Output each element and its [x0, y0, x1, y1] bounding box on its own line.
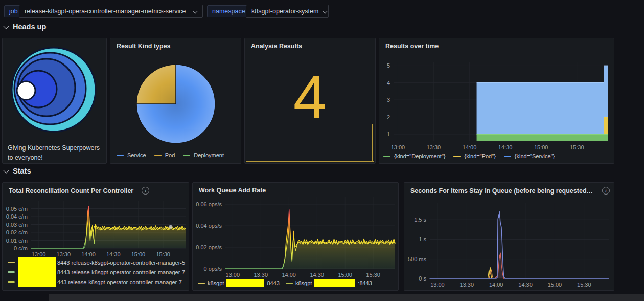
- panel-title-text: Analysis Results: [251, 42, 302, 50]
- panel-title[interactable]: Results over time: [385, 42, 610, 50]
- legend-label: 8443: [267, 280, 279, 286]
- legend-label: :8443: [358, 280, 372, 286]
- panel-title-text: Total Reconciliation Count Per Controlle…: [9, 187, 133, 195]
- x-tick-label: 15:30: [567, 144, 587, 150]
- stat-sparkline-rise: [372, 124, 373, 162]
- legend-label: 8443 release-k8sgpt-operator-controller-…: [57, 260, 185, 266]
- legend-item[interactable]: Pod: [154, 152, 175, 158]
- legend-item[interactable]: Service: [117, 152, 146, 158]
- legend-color-dash: [154, 155, 162, 156]
- x-tick-label: 14:00: [459, 144, 480, 150]
- chevron-down-icon: [3, 23, 9, 29]
- y-tick-label: 0.04 ops/s: [191, 223, 222, 229]
- legend-color-dash: [183, 155, 190, 156]
- legend-label: k8sgpt: [208, 280, 224, 286]
- x-tick-label: 14:30: [515, 282, 536, 288]
- legend-label: {kind="Service"}: [515, 153, 555, 159]
- y-tick-label: 0 ops/s: [191, 266, 222, 272]
- legend-item[interactable]: k8sgpt:8443: [286, 279, 372, 287]
- panel-seconds-in-queue: Seconds For Items Stay In Queue (before …: [404, 182, 614, 291]
- legend-label: 8443 release-k8sgpt-operator-controller-…: [57, 269, 185, 275]
- section-stats[interactable]: Stats: [4, 167, 31, 175]
- y-tick-label: 0.04 c/m: [0, 213, 28, 220]
- y-tick-label: 0.02 ops/s: [191, 244, 222, 250]
- variable-value-namespace: k8sgpt-operator-system: [251, 8, 318, 15]
- legend-color-dash: [383, 156, 390, 157]
- x-tick-label: 13:30: [456, 282, 477, 288]
- x-tick-label: 14:00: [279, 272, 299, 278]
- y-tick-label: 0.05 c/m: [0, 206, 28, 212]
- y-tick-label: 0.06 ops/s: [191, 201, 222, 207]
- panel-total-reconciliation: Total Reconciliation Count Per Controlle…: [2, 182, 189, 291]
- legend-item[interactable]: 443 release-k8sgpt-operator-controller-m…: [8, 277, 188, 287]
- legend-item[interactable]: {kind="Pod"}: [453, 153, 495, 159]
- panel-title[interactable]: Result Kind types: [117, 42, 237, 50]
- legend-item[interactable]: {kind="Service"}: [504, 153, 555, 159]
- y-tick-label: 5: [359, 62, 390, 69]
- info-icon[interactable]: i: [142, 187, 149, 195]
- x-tick-label: 14:00: [486, 282, 507, 288]
- timeseries-chart: 0.06 ops/s0.04 ops/s0.02 ops/s0 ops/s13:…: [225, 197, 395, 269]
- y-tick-label: 3: [359, 97, 390, 103]
- legend-item[interactable]: 8443 release-k8sgpt-operator-controller-…: [8, 257, 188, 267]
- panel-title[interactable]: Total Reconciliation Count Per Controlle…: [9, 187, 185, 195]
- x-tick-label: 15:30: [153, 251, 173, 257]
- chevron-down-icon: [3, 167, 9, 173]
- legend-label: Deployment: [194, 152, 224, 158]
- redaction-box: [226, 279, 264, 287]
- variable-label-job-text: job: [9, 8, 18, 15]
- y-tick-label: 0 c/m: [0, 245, 28, 251]
- variable-label-namespace-text: namespace: [212, 8, 245, 15]
- pie-chart: [136, 64, 215, 143]
- y-tick-label: 1 s: [396, 236, 426, 242]
- x-tick-label: 13:00: [29, 251, 49, 257]
- legend-item[interactable]: Deployment: [183, 152, 224, 158]
- panel-title[interactable]: Analysis Results: [251, 42, 371, 50]
- chart-legend: 8443 release-k8sgpt-operator-controller-…: [8, 257, 188, 287]
- y-tick-label: 4: [359, 80, 390, 86]
- variable-dropdown-job[interactable]: release-k8sgpt-opera-controller-manager-…: [19, 5, 203, 18]
- stat-sparkline-baseline: [246, 161, 374, 162]
- section-heads-up[interactable]: Heads up: [4, 23, 46, 31]
- x-tick-label: 15:00: [335, 272, 355, 278]
- legend-item[interactable]: 8443 release-k8sgpt-operator-controller-…: [8, 267, 188, 277]
- legend-item[interactable]: {kind="Deployment"}: [383, 153, 445, 159]
- panel-results-over-time: Results over time 1234513:0013:3014:0014…: [379, 38, 614, 164]
- legend-label: {kind="Pod"}: [464, 153, 495, 159]
- panel-title[interactable]: Work Queue Add Rate: [199, 187, 394, 194]
- panel-title-text: Results over time: [385, 42, 439, 50]
- stat-value: 4: [245, 67, 375, 127]
- redaction-box: [314, 279, 355, 287]
- legend-label: 443 release-k8sgpt-operator-controller-m…: [57, 279, 182, 285]
- panel-title-text: Seconds For Items Stay In Queue (before …: [410, 187, 594, 195]
- grafana-dashboard: job release-k8sgpt-opera-controller-mana…: [0, 0, 644, 301]
- y-tick-label: 0.03 c/m: [0, 222, 28, 228]
- chart-legend: k8sgpt8443k8sgpt:8443: [198, 279, 372, 287]
- x-tick-label: 14:30: [103, 251, 124, 257]
- timeseries-chart: 0.05 c/m0.04 c/m0.03 c/m0.02 c/m0.01 c/m…: [31, 201, 186, 248]
- x-tick-label: 14:30: [495, 144, 516, 150]
- x-tick-label: 15:00: [544, 282, 565, 288]
- y-tick-label: 0.02 c/m: [0, 229, 28, 235]
- y-tick-label: 0 s: [396, 275, 426, 282]
- info-icon[interactable]: i: [602, 187, 610, 195]
- logo-caption-line2: to everyone!: [8, 154, 43, 161]
- legend-label: Service: [127, 152, 146, 158]
- x-tick-label: 14:30: [307, 272, 327, 278]
- legend-item[interactable]: k8sgpt8443: [198, 279, 280, 287]
- timeseries-chart: 1.5 s1 s500 ms0 s13:0013:3014:0014:3015:…: [430, 203, 609, 278]
- y-tick-label: 2: [359, 114, 390, 120]
- redaction-box: [18, 277, 56, 287]
- y-tick-label: 0.01 c/m: [0, 238, 28, 244]
- legend-label: {kind="Deployment"}: [394, 153, 445, 159]
- panel-title[interactable]: Seconds For Items Stay In Queue (before …: [410, 187, 610, 195]
- redaction-box: [18, 267, 56, 277]
- panel-title-text: Result Kind types: [117, 42, 171, 50]
- x-tick-label: 13:00: [427, 282, 448, 288]
- legend-color-dash: [8, 262, 15, 263]
- variable-dropdown-namespace[interactable]: k8sgpt-operator-system: [246, 5, 329, 18]
- stacked-area-chart: 1234513:0013:3014:0014:3015:0015:30: [394, 62, 608, 141]
- legend-color-dash: [198, 283, 205, 284]
- section-heads-up-title: Heads up: [13, 23, 46, 31]
- x-tick-label: 15:00: [531, 144, 551, 150]
